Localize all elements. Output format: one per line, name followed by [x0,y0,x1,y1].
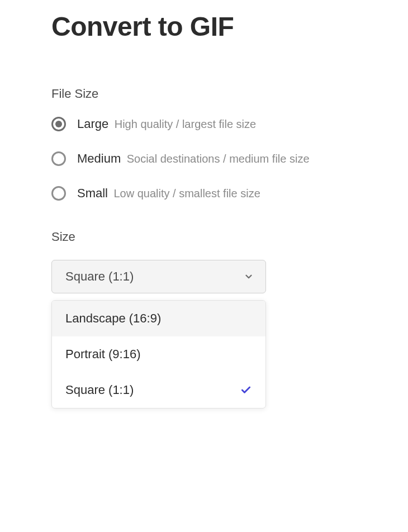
radio-selected-icon [51,117,66,131]
file-size-radio-group: Large High quality / largest file size M… [51,117,357,201]
radio-large[interactable]: Large High quality / largest file size [51,117,357,131]
dropdown-option-label: Square (1:1) [65,383,134,397]
page-title: Convert to GIF [51,11,357,42]
radio-small[interactable]: Small Low quality / smallest file size [51,186,357,201]
check-icon [240,384,252,396]
radio-description: Low quality / smallest file size [113,187,260,200]
dropdown-option-label: Portrait (9:16) [65,347,141,362]
size-select-trigger[interactable]: Square (1:1) [51,260,266,293]
dropdown-option-label: Landscape (16:9) [65,311,161,326]
radio-label: Small [77,186,108,200]
radio-description: High quality / largest file size [115,118,256,130]
dropdown-option-landscape[interactable]: Landscape (16:9) [52,301,265,336]
radio-medium[interactable]: Medium Social destinations / medium file… [51,151,357,166]
file-size-label: File Size [51,87,357,101]
size-label: Size [51,230,357,244]
dropdown-option-square[interactable]: Square (1:1) [52,372,265,408]
dropdown-option-portrait[interactable]: Portrait (9:16) [52,336,265,372]
radio-label: Medium [77,151,121,165]
chevron-down-icon [243,271,254,282]
size-select: Square (1:1) Landscape (16:9) Portrait (… [51,260,266,293]
radio-unselected-icon [51,151,66,166]
size-select-value: Square (1:1) [65,269,134,284]
radio-label: Large [77,117,108,131]
radio-unselected-icon [51,186,66,201]
radio-description: Social destinations / medium file size [127,153,310,165]
size-dropdown: Landscape (16:9) Portrait (9:16) Square … [51,300,266,408]
